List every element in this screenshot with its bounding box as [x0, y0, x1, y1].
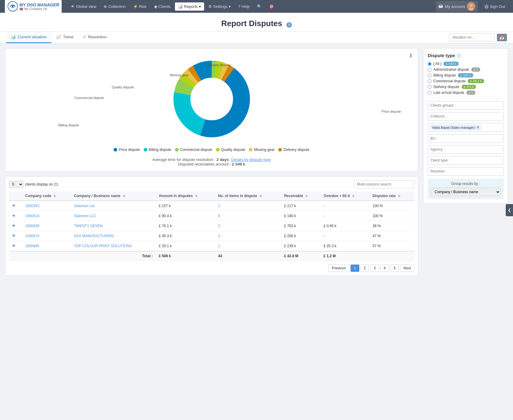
settings-icon: ⚙ — [208, 4, 212, 9]
tab-trend[interactable]: 📈 Trend — [51, 32, 78, 43]
disputed-amount-line: Disputed receivables amount : £ 549 k — [10, 162, 413, 166]
logo-area[interactable]: MY DSO MANAGER 🇬🇧 My Company UK — [5, 0, 62, 13]
link-code-3[interactable]: 1000674 — [25, 234, 39, 238]
display-count-select[interactable]: 5 10 25 — [9, 181, 23, 188]
remove-sales-manager-tag[interactable]: ✕ — [476, 125, 480, 130]
sort-items-icon[interactable]: ⇅ — [259, 194, 262, 198]
quality-dispute-dot — [216, 148, 220, 152]
tab-current-situation[interactable]: 📊 Current situation — [6, 32, 51, 43]
nav-help[interactable]: ? Help — [235, 2, 253, 11]
total-items: 43 — [215, 251, 281, 261]
sort-company-code-icon[interactable]: ⇅ — [53, 194, 56, 198]
page-2-button[interactable]: 2 — [361, 265, 369, 272]
prev-page-button[interactable]: Previous — [328, 265, 349, 272]
cell-items-3: 2 — [215, 231, 281, 241]
signout-button[interactable]: ⏻ Sign Out — [481, 2, 508, 11]
badge-commercial: £ 26.1 k — [468, 79, 484, 83]
page-5-button[interactable]: 5 — [390, 265, 399, 272]
nav-reports[interactable]: 📊 Reports ▾ — [175, 2, 204, 11]
sort-overdue-icon[interactable]: ⇅ — [352, 194, 354, 198]
flag-icon-0: ⚑ — [12, 203, 16, 208]
collector-input[interactable] — [428, 112, 504, 121]
bu-input[interactable] — [428, 134, 504, 143]
radio-delivery-input[interactable] — [428, 85, 432, 89]
th-overdue: Overdue + 60 d ⇅ — [320, 191, 369, 201]
agency-input[interactable] — [428, 145, 504, 154]
link-items-2[interactable]: 2 — [218, 224, 220, 228]
link-name-1[interactable]: Salomon LLC — [74, 214, 96, 218]
cell-rate-1: 100 % — [369, 211, 414, 221]
link-name-3[interactable]: SAS MANUFACTURING — [74, 234, 114, 238]
cell-items-4: 1 — [215, 241, 281, 251]
radio-admin-input[interactable] — [428, 68, 432, 72]
filter-info-icon[interactable]: i — [457, 53, 461, 58]
nav-collection[interactable]: ⊕ Collection — [101, 2, 128, 11]
details-link[interactable]: Details by dispute type — [231, 157, 271, 162]
page-4-button[interactable]: 4 — [380, 265, 389, 272]
collector-field — [428, 112, 504, 121]
tab-resolution[interactable]: ✓ Resolution — [78, 32, 111, 43]
donut-chart-svg — [169, 56, 254, 142]
right-panel: Dispute type i [ All ] £ 549 k Administr… — [423, 48, 508, 420]
left-panel: ⬇ Delivery dispute Missing gear Quality … — [5, 48, 418, 420]
link-code-0[interactable]: 1000303 — [25, 204, 39, 208]
resolver-input[interactable] — [428, 167, 504, 176]
link-name-4[interactable]: TOP COLOUR PRINT SOLUTIONS — [74, 244, 132, 248]
cell-code-4: 1000945 — [22, 241, 71, 251]
donut-chart-wrapper: Delivery dispute Missing gear Quality di… — [10, 56, 413, 142]
page-3-button[interactable]: 3 — [370, 265, 379, 272]
client-type-input[interactable] — [428, 156, 504, 165]
nav-search[interactable]: 🔍 — [254, 2, 265, 11]
sort-amount-icon[interactable]: ⇅ — [195, 194, 197, 198]
page-1-button[interactable]: 1 — [351, 265, 359, 272]
link-code-1[interactable]: 1000516 — [25, 214, 39, 218]
radio-late-input[interactable] — [428, 91, 432, 95]
quality-dispute-label: Quality dispute — [112, 85, 134, 89]
delivery-dispute-dot — [278, 148, 282, 152]
nav-global-view[interactable]: 👁 Global view — [68, 2, 99, 11]
link-code-2[interactable]: 1000839 — [25, 224, 39, 228]
sort-company-name-icon[interactable]: ⇅ — [123, 194, 125, 198]
commercial-dispute-dot — [175, 148, 179, 152]
cell-flag-2: ⚑ — [9, 221, 22, 231]
calendar-button[interactable]: 📅 — [497, 34, 507, 41]
nav-clients[interactable]: ◉ Clients — [151, 2, 174, 11]
sidebar-toggle-button[interactable]: ❮ — [506, 204, 513, 216]
next-page-button[interactable]: Next — [400, 265, 414, 272]
nav-risk[interactable]: ⚡ Risk — [130, 2, 150, 11]
cell-receivable-1: £ 180 k — [281, 211, 320, 221]
sort-rate-icon[interactable]: ⇅ — [398, 194, 400, 198]
cell-amount-3: £ 45.3 k — [156, 231, 215, 241]
link-name-0[interactable]: Salomon Ltd — [74, 204, 94, 208]
badge-billing: £ 197 k — [458, 73, 473, 77]
link-items-4[interactable]: 1 — [218, 244, 220, 248]
clients-icon: ◉ — [154, 4, 157, 9]
calendar-icon: 📅 — [499, 35, 504, 40]
link-items-0[interactable]: 2 — [218, 204, 220, 208]
price-dispute-dot — [114, 148, 117, 152]
radio-commercial-input[interactable] — [428, 79, 432, 83]
link-items-3[interactable]: 2 — [218, 234, 220, 238]
total-row: Total : £ 549 k 43 £ 42.8 M £ 1.2 M — [9, 251, 414, 261]
group-results-select[interactable]: Company / Business name Collector Agency… — [431, 188, 501, 196]
link-items-1[interactable]: 6 — [218, 214, 220, 218]
nav-settings[interactable]: ⚙ Settings ▾ — [205, 2, 234, 11]
multi-columns-search-input[interactable] — [354, 180, 414, 188]
link-code-4[interactable]: 1000945 — [25, 244, 39, 248]
link-name-2[interactable]: TWENTY SEVEN — [74, 224, 103, 228]
radio-billing-input[interactable] — [428, 73, 432, 77]
table-section: 5 10 25 clients display on 21 Company co… — [5, 176, 418, 276]
account-area[interactable]: 🏔 My account — [436, 1, 478, 12]
page-help-icon[interactable]: ? — [286, 22, 292, 28]
cell-amount-4: £ 33.1 k — [156, 241, 215, 251]
situation-date-input[interactable] — [449, 33, 494, 41]
clients-groups-input[interactable] — [428, 101, 504, 110]
th-flag — [9, 191, 22, 201]
flag-icon-2: ⚑ — [12, 224, 16, 228]
logo-icon — [7, 1, 18, 12]
sort-receivable-icon[interactable]: ⇅ — [305, 194, 308, 198]
radio-all-input[interactable] — [428, 62, 432, 66]
flag-icon-3: ⚑ — [12, 234, 16, 238]
nav-target[interactable]: 🎯 — [266, 2, 277, 11]
legend-price-dispute: Price dispute — [114, 148, 140, 152]
